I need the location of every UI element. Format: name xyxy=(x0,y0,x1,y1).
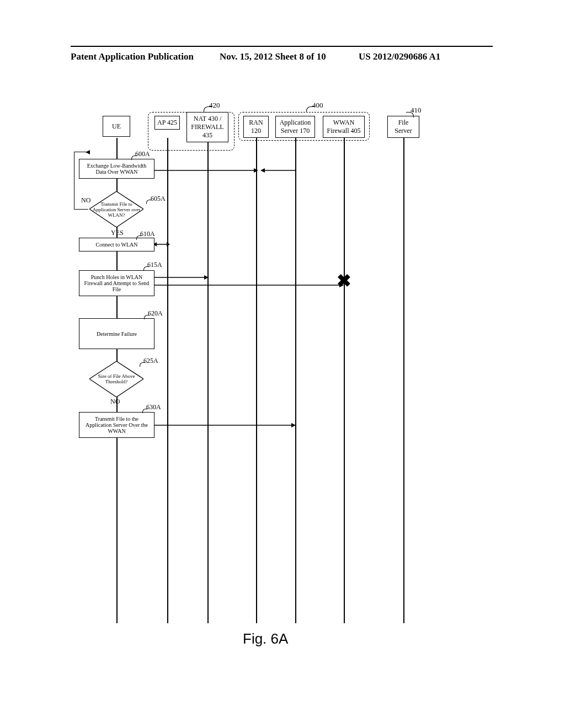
column-application-server: Application Server 170 xyxy=(275,116,315,138)
ref-400: 400 xyxy=(312,101,323,110)
step-610a-box: Connect to WLAN xyxy=(79,238,154,251)
arrow-615a-to-wwan-blocked xyxy=(154,282,348,288)
header-patent-number: US 2012/0290686 A1 xyxy=(359,51,440,62)
decision-605a: Transmit File to Application Server over… xyxy=(89,191,143,227)
column-file-server: File Server xyxy=(387,116,419,138)
step-615a-box: Punch Holes in WLAN Firewall and Attempt… xyxy=(79,270,154,296)
svg-marker-8 xyxy=(154,242,157,247)
page-header: Patent Application Publication Nov. 15, … xyxy=(0,46,565,47)
step-620a-ref: 620A xyxy=(148,309,163,318)
column-nat-firewall: NAT 430 / FIREWALL 435 xyxy=(186,112,228,142)
svg-marker-10 xyxy=(204,275,209,280)
blocked-x-icon: ✖ xyxy=(337,270,351,291)
lifeline-nat xyxy=(207,138,209,623)
label-no-605a: NO xyxy=(81,196,90,205)
step-630a-box: Transmit File to the Application Server … xyxy=(79,412,154,438)
arrow-600a-to-ran xyxy=(154,167,298,174)
header-publication: Patent Application Publication xyxy=(71,51,194,62)
column-ap: AP 425 xyxy=(154,116,180,130)
header-date-sheet: Nov. 15, 2012 Sheet 8 of 10 xyxy=(220,51,326,62)
svg-marker-1 xyxy=(254,168,258,173)
lifeline-ran xyxy=(256,138,257,623)
svg-marker-7 xyxy=(167,242,170,247)
step-600a-box: Exchange Low-Bandwidth Data Over WWAN xyxy=(79,159,154,179)
svg-marker-3 xyxy=(260,168,265,173)
lifeline-file xyxy=(403,138,404,623)
sequence-diagram: 420 400 410 UE AP 425 NAT 430 / FIREWALL… xyxy=(88,97,480,659)
svg-marker-15 xyxy=(291,423,296,427)
label-no-625a: NO xyxy=(110,398,120,406)
step-600a-ref: 600A xyxy=(135,150,150,158)
arrow-610a-bidir xyxy=(154,241,171,248)
label-yes-605a: YES xyxy=(111,229,124,237)
step-630a-ref: 630A xyxy=(146,403,161,411)
arrow-615a-to-nat xyxy=(154,274,210,281)
arrow-630a-to-as xyxy=(154,422,298,429)
lifeline-wwan xyxy=(344,138,345,623)
ref-410: 410 xyxy=(411,106,422,115)
lifeline-as xyxy=(295,138,296,623)
svg-marker-5 xyxy=(86,150,90,154)
decision-625a: Size of File Above Threshold? xyxy=(89,361,143,397)
column-wwan-firewall: WWAN Firewall 405 xyxy=(323,116,365,138)
lifeline-ap xyxy=(167,138,168,623)
column-ue: UE xyxy=(103,116,130,137)
arrowhead-icon xyxy=(86,149,92,155)
step-615a-ref: 615A xyxy=(147,261,162,269)
column-ran: RAN 120 xyxy=(243,116,269,138)
figure-label: Fig. 6A xyxy=(243,630,288,647)
step-625a-ref: 625A xyxy=(143,357,158,365)
step-620a-box: Determine Failure xyxy=(79,318,154,349)
step-605a-ref: 605A xyxy=(151,195,166,203)
ref-420: 420 xyxy=(209,101,220,110)
step-610a-ref: 610A xyxy=(140,230,155,238)
